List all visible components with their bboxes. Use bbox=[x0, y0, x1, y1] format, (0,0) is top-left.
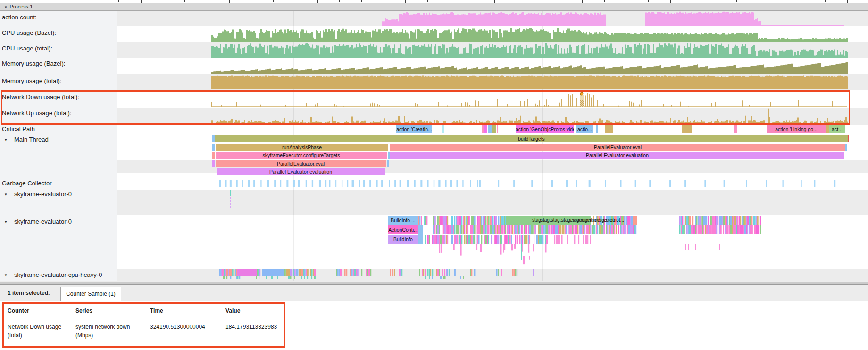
col-header-time: Time bbox=[150, 308, 163, 314]
skyframe-event[interactable]: BuildInfo ... bbox=[388, 216, 418, 225]
critical-path-event[interactable] bbox=[497, 125, 498, 133]
ruler-baseline bbox=[117, 0, 868, 0]
track-label: Network Down usage (total): bbox=[2, 93, 79, 101]
table-header-divider bbox=[4, 320, 283, 320]
row-stripe bbox=[117, 269, 868, 281]
collapse-arrow-icon[interactable]: ▾ bbox=[5, 191, 7, 198]
cell-series: system network down (Mbps) bbox=[75, 323, 142, 340]
main-thread-event[interactable] bbox=[212, 144, 215, 151]
track-label: skyframe-evaluator-0 bbox=[14, 218, 72, 225]
track-label: action count: bbox=[2, 14, 37, 21]
row-stripe bbox=[117, 58, 868, 74]
track-label: skyframe-evaluator-0 bbox=[14, 191, 72, 198]
process-group-header[interactable]: ▾Process 1 bbox=[0, 3, 868, 11]
process-collapse-arrow-icon[interactable]: ▾ bbox=[5, 4, 7, 11]
panel-divider[interactable] bbox=[0, 281, 868, 285]
track-label: skyframe-evaluator-cpu-heavy-0 bbox=[14, 271, 102, 279]
critical-path-event[interactable] bbox=[488, 125, 492, 133]
main-thread-event[interactable] bbox=[212, 135, 215, 142]
collapse-arrow-icon[interactable]: ▾ bbox=[5, 136, 7, 143]
cell-value: 184.1793113323983 bbox=[225, 323, 296, 331]
main-thread-event[interactable] bbox=[388, 152, 390, 159]
collapse-arrow-icon[interactable]: ▾ bbox=[5, 271, 7, 279]
timeline-right-edge bbox=[853, 11, 853, 281]
track-label-sidebar: action count:CPU usage (Bazel):CPU usage… bbox=[0, 11, 117, 281]
col-header-counter: Counter bbox=[8, 308, 29, 314]
main-thread-event[interactable]: ParallelEvaluator.eval bbox=[390, 144, 845, 151]
track-label: Garbage Collector bbox=[2, 180, 52, 187]
track-label: Critical Path bbox=[2, 125, 35, 133]
critical-path-event[interactable]: action 'Creatin... bbox=[396, 125, 432, 133]
row-stripe bbox=[117, 42, 868, 58]
main-thread-event[interactable]: ParallelEvaluator.eval bbox=[216, 160, 386, 167]
cell-counter: Network Down usage (total) bbox=[8, 323, 69, 340]
main-thread-event[interactable] bbox=[212, 152, 215, 159]
skyframe-event[interactable]: BuildInfo bbox=[388, 235, 418, 244]
col-header-value: Value bbox=[225, 308, 240, 314]
critical-path-event[interactable]: actio... bbox=[576, 125, 593, 133]
track-label: CPU usage (total): bbox=[2, 45, 52, 52]
details-tab-bar: 1 item selected. Counter Sample (1) bbox=[0, 285, 868, 301]
critical-path-event[interactable] bbox=[492, 125, 496, 133]
critical-path-event[interactable] bbox=[826, 125, 829, 133]
skyframe-event[interactable]: ActionConti... bbox=[388, 225, 418, 234]
track-label: Main Thread bbox=[14, 136, 49, 143]
critical-path-event[interactable] bbox=[442, 125, 444, 133]
main-thread-event[interactable]: runAnalysisPhase bbox=[216, 144, 388, 151]
row-stripe bbox=[117, 90, 868, 108]
details-panel: 1 item selected. Counter Sample (1) Coun… bbox=[0, 285, 868, 350]
track-label: Memory usage (Bazel): bbox=[2, 60, 65, 67]
critical-path-event[interactable]: action 'Linking go... bbox=[767, 125, 826, 133]
main-thread-event[interactable] bbox=[387, 160, 389, 167]
main-thread-event[interactable]: skyframeExecutor.configureTargets bbox=[216, 152, 387, 159]
row-stripe bbox=[117, 108, 868, 125]
critical-path-event[interactable] bbox=[484, 125, 487, 133]
main-thread-event[interactable]: Parallel Evaluator evaluation bbox=[390, 152, 844, 159]
main-thread-event[interactable] bbox=[848, 135, 849, 142]
row-stripe bbox=[117, 11, 868, 26]
critical-path-event[interactable] bbox=[682, 125, 692, 133]
critical-path-event[interactable] bbox=[596, 125, 598, 133]
main-thread-event[interactable]: buildTargets bbox=[215, 135, 848, 142]
main-thread-event[interactable] bbox=[845, 144, 847, 151]
gridline bbox=[204, 11, 204, 281]
critical-path-event[interactable] bbox=[482, 125, 484, 133]
critical-path-event[interactable]: act... bbox=[829, 125, 845, 133]
critical-path-event[interactable]: action 'GenObjcProtos video/... bbox=[516, 125, 574, 133]
track-label: CPU usage (Bazel): bbox=[2, 29, 56, 37]
track-label: Memory usage (total): bbox=[2, 77, 61, 85]
critical-path-event[interactable] bbox=[734, 125, 737, 133]
cell-time: 324190.51300000004 bbox=[150, 323, 221, 331]
skyframe-event-label: stag.stag... bbox=[541, 217, 564, 223]
main-thread-event[interactable]: Parallel Evaluator evaluation bbox=[217, 168, 385, 175]
process-title: Process 1 bbox=[10, 4, 33, 9]
main-thread-event[interactable] bbox=[212, 160, 215, 167]
critical-path-event[interactable] bbox=[605, 125, 613, 133]
tab-counter-sample[interactable]: Counter Sample (1) bbox=[60, 287, 121, 301]
counter-sample-table: Counter Series Time Value Network Down u… bbox=[0, 301, 868, 350]
skyframe-event-label: ...agement.merge.remot... bbox=[570, 217, 624, 223]
trace-viewer: ▾Process 1 action count:CPU usage (Bazel… bbox=[0, 0, 868, 350]
track-label: Network Up usage (total): bbox=[2, 109, 71, 117]
selection-status: 1 item selected. bbox=[8, 290, 50, 296]
collapse-arrow-icon[interactable]: ▾ bbox=[5, 218, 7, 225]
row-stripe bbox=[117, 215, 868, 269]
col-header-series: Series bbox=[75, 308, 92, 314]
row-stripe bbox=[117, 190, 868, 215]
skyframe-event[interactable] bbox=[418, 225, 423, 244]
row-stripe bbox=[117, 74, 868, 90]
row-stripe bbox=[117, 26, 868, 42]
